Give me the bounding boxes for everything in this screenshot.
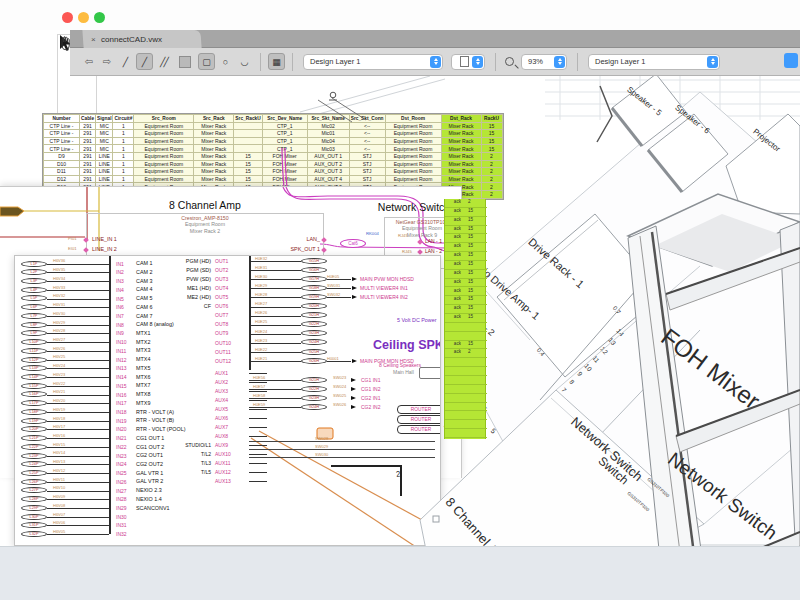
toolbar-divider [260,53,261,71]
toolbar-divider [495,53,496,71]
main-toolbar: ⇦ ⇨ ╱ ╱ ╱╱ ▢ ○ ◡ ▦ Design Layer 1 93% De… [70,48,800,76]
minimize-window-button[interactable] [78,12,89,23]
rack-column-strip: ack 2 ack 15 ack 15 ack 15 ack 15 [444,199,486,439]
strip-row [445,411,487,420]
tab-bar: × connectCAD.vwx [70,30,800,48]
strip-row: ack 15 [445,226,487,235]
strip-rack-fragment: ack [445,217,461,222]
strip-row [445,376,487,385]
strip-row [445,394,487,403]
strip-racku-value: 15 [468,261,473,266]
multi-connect-tool-button[interactable]: ╱╱ [155,53,172,70]
strip-row: ack 15 [445,252,487,261]
strip-racku-value: 15 [468,208,473,213]
rectangle-mode-button[interactable]: ▢ [198,53,215,70]
strip-row [445,358,487,367]
strip-row: ack 15 [445,279,487,288]
strip-racku-value: 15 [468,314,473,319]
strip-row: ack 15 [445,208,487,217]
strip-rack-fragment: ack [445,314,461,319]
strip-racku-value: 15 [468,296,473,301]
strip-rack-fragment: ack [445,226,461,231]
strip-rack-fragment: ack [445,341,461,346]
strip-rack-fragment: ack [445,279,461,284]
page-icon [460,56,469,67]
window-titlebar[interactable] [0,0,800,30]
document-tab[interactable]: × connectCAD.vwx [82,30,201,48]
connect-tool-active-button[interactable]: ╱ [136,53,153,70]
strip-racku-value: 15 [468,234,473,239]
strip-rack-fragment: ack [445,288,461,293]
plan-drawing-foreground [0,0,800,600]
design-layer-value: Design Layer 1 [595,57,645,66]
strip-racku-value: 15 [468,279,473,284]
strip-racku-value: 15 [468,270,473,275]
strip-row: ack 15 [445,341,487,350]
strip-row: ack 15 [445,305,487,314]
strip-row: ack 15 [445,234,487,243]
zoom-level-select[interactable]: 93% [521,54,567,70]
strip-rack-fragment: ack [445,261,461,266]
design-layer-value: Design Layer 1 [310,57,360,66]
strip-racku-value: 15 [468,341,473,346]
back-button[interactable]: ⇦ [82,56,96,67]
strip-row [445,420,487,429]
toolbar-divider [292,53,293,71]
strip-racku-value: 2 [468,199,471,204]
strip-row: ack 2 [445,199,487,208]
zoom-icon [505,57,514,66]
strip-rack-fragment: ack [445,252,461,257]
strip-row: ack 15 [445,261,487,270]
oval-mode-button[interactable]: ○ [217,53,234,70]
strip-row [445,429,487,438]
tab-title: connectCAD.vwx [101,35,162,44]
desktop-background [0,546,800,600]
close-tab-icon[interactable]: × [91,35,96,44]
strip-row [445,367,487,376]
design-layer-select[interactable]: Design Layer 1 [303,54,443,70]
palette-toggle-button[interactable] [784,53,798,68]
app-window: Speaker - 5 Speaker - 6 Projector Drive … [0,0,800,600]
zoom-level-value: 93% [528,57,543,66]
dropdown-stepper-icon[interactable] [707,56,718,68]
strip-racku-value: 15 [468,305,473,310]
strip-rack-fragment: ack [445,305,461,310]
strip-row: ack 15 [445,270,487,279]
strip-racku-value: 2 [468,349,471,354]
strip-row [445,332,487,341]
dropdown-stepper-icon[interactable] [554,56,565,68]
strip-rack-fragment: ack [445,199,461,204]
strip-rack-fragment: ack [445,234,461,239]
arc-mode-button[interactable]: ◡ [236,53,253,70]
strip-racku-value: 15 [468,243,473,248]
connect-tool-button[interactable]: ╱ [117,53,134,70]
design-layer-select-2[interactable]: Design Layer 1 [588,54,720,70]
forward-button[interactable]: ⇨ [100,56,114,67]
zoom-window-button[interactable] [94,12,105,23]
strip-racku-value: 15 [468,217,473,222]
strip-row: ack 15 [445,288,487,297]
toolbar-divider [577,53,578,71]
strip-rack-fragment: ack [445,208,461,213]
strip-rack-fragment: ack [445,270,461,275]
strip-row [445,403,487,412]
page-select[interactable] [451,54,485,70]
strip-row [445,323,487,332]
strip-rack-fragment: ack [445,349,461,354]
dropdown-stepper-icon[interactable] [472,56,483,68]
strip-racku-value: 15 [468,288,473,293]
device-grid-button[interactable]: ▦ [268,53,285,70]
strip-rack-fragment: ack [445,296,461,301]
close-window-button[interactable] [62,12,73,23]
strip-racku-value: 15 [468,252,473,257]
strip-rack-fragment: ack [445,243,461,248]
strip-row [445,385,487,394]
strip-row: ack 15 [445,243,487,252]
strip-row: ack 15 [445,217,487,226]
strip-row: ack 15 [445,314,487,323]
dropdown-stepper-icon[interactable] [430,56,441,68]
color-swatch[interactable] [179,56,191,68]
strip-racku-value: 15 [468,226,473,231]
strip-row: ack 2 [445,349,487,358]
strip-row: ack 15 [445,296,487,305]
